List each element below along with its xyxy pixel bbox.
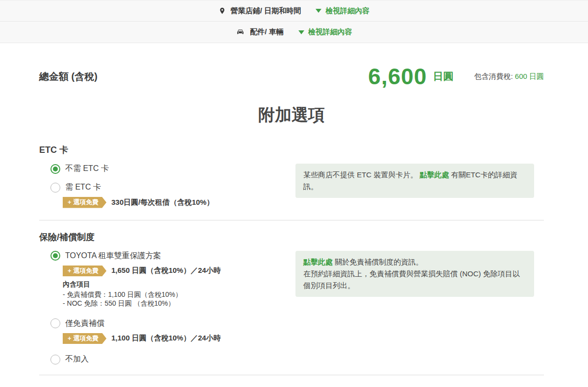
- option-fee-badge: + 選項免費: [63, 333, 106, 344]
- etc-info-pre-text: 某些商店不提供 ETC 裝置與卡片。: [303, 170, 420, 179]
- radio-button-icon[interactable]: [50, 355, 60, 364]
- etc-info-box: 某些商店不提供 ETC 裝置與卡片。 點擊此處 有關ETC卡的詳細資訊。: [295, 164, 534, 198]
- etc-card-section-title: ETC 卡: [39, 144, 544, 156]
- insurance-info-link[interactable]: 點擊此處: [303, 258, 333, 266]
- consumption-tax-text: 包含消費稅: 600 日圓: [474, 72, 544, 81]
- insurance-option-none: 不加入: [39, 354, 295, 364]
- radio-no-etc-card-label: 不需 ETC 卡: [65, 164, 109, 174]
- double-protection-price: 1,650 日圓（含稅10%）／24小時: [111, 266, 220, 275]
- etc-info-link[interactable]: 點擊此處: [420, 170, 449, 179]
- radio-need-etc-card[interactable]: 需 ETC 卡: [50, 182, 295, 193]
- double-protection-details: 內含項目 - 免責補償費：1,100 日圓（含稅10%） - NOC 免除：55…: [63, 280, 295, 308]
- radio-button-icon[interactable]: [50, 318, 60, 328]
- radio-no-insurance[interactable]: 不加入: [50, 354, 295, 364]
- option-fee-badge: + 選項免費: [63, 266, 106, 277]
- insurance-info-line2: 在預約詳細資訊上，免責補償費與營業損失賠償 (NOC) 免除項目以個別項目列出。: [303, 269, 520, 290]
- store-datetime-label-group: 營業店鋪/ 日期和時間: [219, 6, 301, 16]
- accessories-vehicle-detail-link[interactable]: 檢視詳細內容: [298, 27, 352, 37]
- consumption-tax-value: 600 日圓: [515, 72, 544, 80]
- accessories-vehicle-label: 配件/ 車輛: [250, 27, 283, 37]
- location-pin-icon: [219, 6, 226, 15]
- cdw-only-price-line: + 選項免費 1,100 日圓（含稅10%）／24小時: [63, 333, 295, 344]
- section-divider: [39, 220, 544, 220]
- included-item-noc: - NOC 免除：550 日圓 （含稅10%）: [63, 299, 295, 308]
- store-datetime-detail-link-label: 檢視詳細內容: [325, 6, 369, 16]
- included-item-cdw: - 免責補償費：1,100 日圓（含稅10%）: [63, 290, 295, 299]
- insurance-info-line1: 關於免責補償制度的資訊。: [333, 258, 423, 266]
- etc-option-need-card: 需 ETC 卡 + 選項免費 330日圓/每次租借（含稅10%）: [39, 182, 295, 208]
- total-amount-row: 總金額 (含稅) 6,600 日圓 包含消費稅: 600 日圓: [39, 63, 544, 90]
- radio-cdw-only-label: 僅免責補償: [65, 318, 104, 329]
- radio-button-icon[interactable]: [50, 183, 60, 193]
- total-amount-value-group: 6,600 日圓 包含消費稅: 600 日圓: [368, 63, 544, 90]
- total-amount-value: 6,600: [368, 63, 427, 90]
- additional-options-title: 附加選項: [39, 104, 544, 126]
- insurance-section-title: 保險/補償制度: [39, 231, 544, 243]
- etc-card-price: 330日圓/每次租借（含稅10%）: [111, 198, 214, 207]
- accessories-vehicle-detail-link-label: 檢視詳細內容: [308, 27, 352, 37]
- option-fee-badge: + 選項免費: [63, 197, 106, 208]
- included-items-title: 內含項目: [63, 280, 295, 289]
- store-datetime-detail-link[interactable]: 檢視詳細內容: [316, 6, 369, 16]
- chevron-down-icon: [316, 9, 321, 13]
- insurance-info-box: 點擊此處 關於免責補償制度的資訊。 在預約詳細資訊上，免責補償費與營業損失賠償 …: [295, 251, 534, 297]
- insurance-section: 保險/補償制度 TOYOTA 租車雙重保護方案 + 選項免費 1,650 日圓（…: [39, 231, 544, 365]
- radio-toyota-double-protection[interactable]: TOYOTA 租車雙重保護方案: [50, 251, 295, 261]
- cdw-only-price: 1,100 日圓（含稅10%）／24小時: [111, 334, 220, 343]
- chevron-down-icon: [298, 30, 304, 34]
- insurance-option-cdw-only: 僅免責補償 + 選項免費 1,100 日圓（含稅10%）／24小時: [39, 318, 295, 344]
- etc-option-no-card: 不需 ETC 卡: [39, 164, 295, 174]
- radio-toyota-double-protection-label: TOYOTA 租車雙重保護方案: [65, 251, 161, 261]
- insurance-option-double-protection: TOYOTA 租車雙重保護方案 + 選項免費 1,650 日圓（含稅10%）／2…: [39, 251, 295, 308]
- double-protection-price-line: + 選項免費 1,650 日圓（含稅10%）／24小時: [63, 266, 295, 277]
- section-divider: [39, 375, 544, 375]
- car-icon: [236, 28, 245, 36]
- main-content: 總金額 (含稅) 6,600 日圓 包含消費稅: 600 日圓 附加選項 ETC…: [0, 63, 588, 387]
- radio-need-etc-card-label: 需 ETC 卡: [65, 182, 101, 193]
- total-amount-currency: 日圓: [433, 70, 453, 83]
- consumption-tax-label: 包含消費稅:: [474, 72, 513, 80]
- store-datetime-bar: 營業店鋪/ 日期和時間 檢視詳細內容: [0, 0, 588, 22]
- accessories-vehicle-label-group: 配件/ 車輛: [236, 27, 283, 37]
- total-amount-label: 總金額 (含稅): [39, 70, 98, 83]
- etc-card-section: ETC 卡 不需 ETC 卡 需 ETC 卡 + 選項免費 33: [39, 144, 544, 208]
- etc-card-price-line: + 選項免費 330日圓/每次租借（含稅10%）: [63, 197, 295, 208]
- radio-cdw-only[interactable]: 僅免責補償: [50, 318, 295, 329]
- radio-button-icon[interactable]: [50, 251, 60, 261]
- store-datetime-label: 營業店鋪/ 日期和時間: [231, 6, 301, 16]
- radio-button-icon[interactable]: [50, 164, 60, 174]
- radio-no-insurance-label: 不加入: [65, 354, 89, 364]
- radio-no-etc-card[interactable]: 不需 ETC 卡: [50, 164, 295, 174]
- accessories-vehicle-bar: 配件/ 車輛 檢視詳細內容: [0, 22, 588, 43]
